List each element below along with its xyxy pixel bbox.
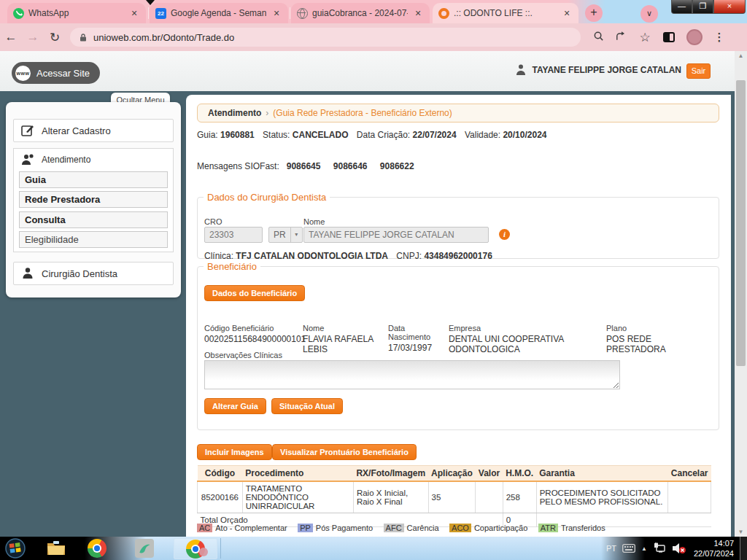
observacoes-textarea[interactable] [204,360,620,389]
minimize-button[interactable]: — [671,0,692,14]
new-tab-button[interactable]: + [585,4,603,22]
sidebar-item-guia[interactable]: Guia [19,171,168,188]
back-button[interactable]: ← [0,30,22,44]
info-icon[interactable]: i [499,229,510,240]
observacoes-label: Observações Clínicas [204,351,282,359]
cell-procedimento: TRATAMENTO ENDODÔNTICO UNIRRADICULAR [242,481,353,513]
address-bar[interactable]: unioweb.com.br/Odonto/Trade.do [70,28,581,47]
mensagem-siofast[interactable]: 9086622 [380,161,414,171]
start-button[interactable] [4,538,26,559]
browser-menu-icon[interactable]: ⋮ [708,31,731,44]
cell-rx: Raio X Inicial, Raio X Final [353,481,428,513]
volume-muted-icon[interactable] [672,542,686,554]
user-name: TAYANE FELIPPE JORGE CATALAN [533,65,681,75]
scrollbar-thumb[interactable] [736,80,746,366]
folder-icon [47,540,66,557]
tab-odonto-life-active[interactable]: .:: ODONTO LIFE ::. × [433,3,578,23]
tab-whatsapp[interactable]: WhatsApp × [7,3,146,23]
language-indicator[interactable]: PT [606,544,616,553]
clinica-line: Clínica: TFJ CATALAN ODONTOLOGIA LTDA CN… [204,251,498,261]
profile-avatar[interactable] [686,29,703,45]
scroll-up-icon[interactable]: ▲ [735,52,747,59]
mensagem-siofast[interactable]: 9086646 [333,161,368,171]
whatsapp-icon [13,8,24,19]
tab-title: guiaCobranca - 2024-07- [312,8,408,18]
table-header-row: Código Procedimento RX/Foto/Imagem Aplic… [198,466,711,482]
incluir-imagens-button[interactable]: Incluir Imagens [197,444,272,460]
tray-expand-icon[interactable]: ▲ [641,545,647,552]
window-controls: — ❐ × [671,0,746,14]
guia-data-criacao: 22/07/2024 [413,130,457,140]
clock[interactable]: 14:07 22/07/2024 [694,538,734,559]
nome-beneficiario-value: FLAVIA RAFAELA LEBIS [303,334,383,354]
tab-close-icon[interactable]: × [412,7,424,19]
nome-input[interactable] [303,227,489,243]
nome-label: Nome [303,217,325,226]
dentist-fieldset: Dados do Cirurgião Dentista CRO PR▾ Nome… [197,192,719,259]
situacao-atual-button[interactable]: Situação Atual [271,398,343,414]
forward-button[interactable]: → [22,30,44,44]
show-desktop-button[interactable] [740,537,747,560]
tab-close-icon[interactable]: × [561,7,573,19]
tab-title: .:: ODONTO LIFE ::. [454,8,557,18]
tab-guiacobranca[interactable]: guiaCobranca - 2024-07- × [291,3,430,23]
tab-close-icon[interactable]: × [271,7,282,19]
chrome-icon [88,539,107,558]
tab-separator [290,7,290,19]
mensagem-siofast[interactable]: 9086645 [287,161,321,171]
cell-hmo: 258 [503,481,536,513]
green-bird-app-button[interactable] [133,538,155,559]
sidebar-item-alterar-cadastro[interactable]: Alterar Cadastro [13,119,174,142]
breadcrumb: Atendimento › (Guia Rede Prestadora - Be… [197,104,719,122]
side-panel-icon[interactable] [663,32,675,42]
site-header: www Acessar Site TAYANE FELIPPE JORGE CA… [0,51,747,91]
user-box: TAYANE FELIPPE JORGE CATALAN [515,63,681,76]
zoom-icon[interactable] [587,31,610,44]
uf-select[interactable]: PR▾ [268,227,303,243]
cell-valor [476,481,503,513]
scroll-down-icon[interactable]: ▼ [735,529,747,535]
sidebar-item-elegibilidade[interactable]: Elegibilidade [19,231,168,248]
share-icon[interactable] [610,31,633,44]
cell-codigo: 85200166 [198,481,243,513]
cro-input[interactable] [204,227,263,243]
bird-icon [135,539,154,558]
visualizar-prontuario-button[interactable]: Visualizar Prontuário Beneficiário [272,444,417,460]
procedimentos-table: Código Procedimento RX/Foto/Imagem Aplic… [197,465,711,527]
maximize-button[interactable]: ❐ [692,0,713,14]
dentist-legend: Dados do Cirurgião Dentista [204,192,330,203]
tab-google-agenda[interactable]: 22 Google Agenda - Seman × [150,3,288,23]
cell-cancelar[interactable] [668,481,711,513]
network-icon[interactable] [653,542,666,554]
tab-title: Google Agenda - Seman [171,8,266,18]
bookmark-star-icon[interactable]: ☆ [633,30,657,45]
logout-button[interactable]: Sair [686,63,711,79]
sidebar-group-label: Atendimento [42,155,90,165]
guia-status: CANCELADO [293,130,349,140]
page-scrollbar[interactable]: ▲ ▼ [735,51,747,537]
system-tray: PT ▲ 14:07 22/07/2024 [606,538,734,559]
chrome-active-window-button[interactable] [174,538,217,559]
sidebar-item-cirurgiao-dentista[interactable]: Cirurgião Dentista [13,262,174,285]
url-text: unioweb.com.br/Odonto/Trade.do [93,32,234,43]
reload-button[interactable]: ↻ [44,30,66,45]
attendant-icon [20,152,35,167]
breadcrumb-arrow: › [266,108,268,118]
sidebar-item-atendimento[interactable]: Atendimento [14,149,173,171]
table-legend: ACAto - Complementar PPPós Pagamento AFC… [197,521,613,534]
acessar-site-button[interactable]: www Acessar Site [12,62,100,84]
tab-close-icon[interactable]: × [128,7,140,19]
sidebar-item-rede-prestadora[interactable]: Rede Prestadora [19,191,168,208]
close-button[interactable]: × [713,0,746,14]
browser-toolbar: ← → ↻ unioweb.com.br/Odonto/Trade.do ☆ ⋮ [0,23,747,51]
tab-search-chevron-icon[interactable]: ∨ [640,5,658,23]
plano-value: POS REDE PRESTADORA [606,334,708,354]
keyboard-icon[interactable] [622,544,635,553]
sidebar-item-consulta[interactable]: Consulta [19,211,168,228]
dados-beneficiario-button[interactable]: Dados do Beneficiário [204,285,305,301]
chrome-button[interactable] [86,538,108,559]
profile-badge [199,548,208,556]
file-explorer-button[interactable] [45,538,67,559]
sidebar: Alterar Cadastro Atendimento Guia Rede P… [6,102,181,298]
alterar-guia-button[interactable]: Alterar Guia [204,398,266,414]
